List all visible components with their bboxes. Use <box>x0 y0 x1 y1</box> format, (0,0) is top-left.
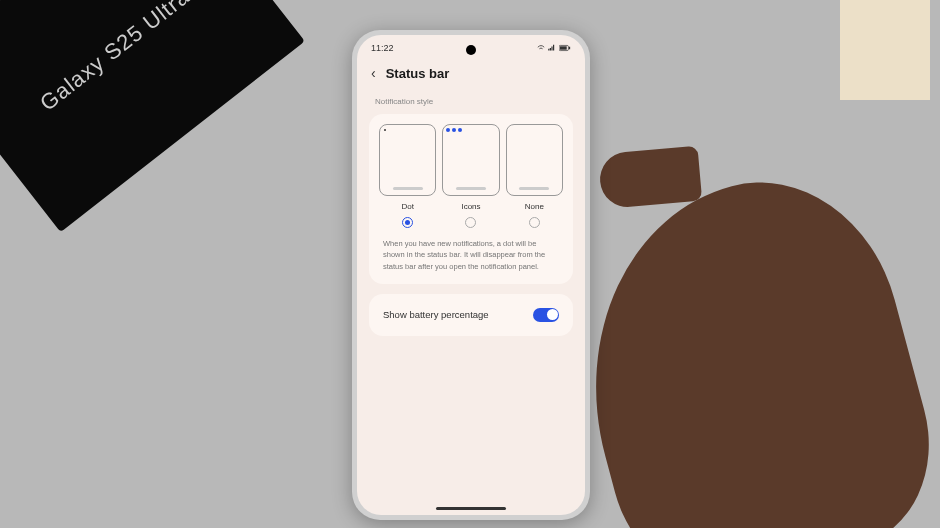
svg-rect-2 <box>560 46 567 49</box>
radio-icons[interactable] <box>465 217 476 228</box>
battery-card: Show battery percentage <box>369 294 573 336</box>
finger-prop <box>598 146 702 210</box>
hand-prop <box>546 153 940 528</box>
notification-style-card: Dot Icons None <box>369 114 573 284</box>
section-label-notification-style: Notification style <box>369 93 573 114</box>
preview-none <box>506 124 563 196</box>
battery-percentage-toggle[interactable] <box>533 308 559 322</box>
option-label-icons: Icons <box>461 202 480 211</box>
preview-dot <box>379 124 436 196</box>
radio-none[interactable] <box>529 217 540 228</box>
back-button[interactable]: ‹ <box>371 65 376 81</box>
style-description: When you have new notifications, a dot w… <box>379 228 563 274</box>
page-header: ‹ Status bar <box>357 57 585 93</box>
page-title: Status bar <box>386 66 450 81</box>
preview-icons <box>442 124 499 196</box>
svg-rect-1 <box>569 47 570 50</box>
signal-icon <box>548 44 556 52</box>
wifi-icon <box>537 44 545 52</box>
box-label: Galaxy S25 Ultra <box>35 0 195 116</box>
battery-percentage-row[interactable]: Show battery percentage <box>379 304 563 326</box>
product-box-prop: Galaxy S25 Ultra <box>0 0 305 232</box>
radio-dot[interactable] <box>402 217 413 228</box>
battery-icon <box>559 44 571 52</box>
wooden-block-prop <box>840 0 930 100</box>
style-options-row: Dot Icons None <box>379 124 563 228</box>
style-option-icons[interactable]: Icons <box>442 124 499 228</box>
option-label-none: None <box>525 202 544 211</box>
style-option-none[interactable]: None <box>506 124 563 228</box>
style-option-dot[interactable]: Dot <box>379 124 436 228</box>
status-icons <box>537 44 571 52</box>
nav-bar-indicator[interactable] <box>436 507 506 510</box>
battery-percentage-label: Show battery percentage <box>383 309 489 320</box>
content-area: Notification style Dot Icons <box>357 93 585 336</box>
camera-punch-hole <box>466 45 476 55</box>
phone-screen: 11:22 ‹ Status bar Notification style Do… <box>357 35 585 515</box>
phone-device: 11:22 ‹ Status bar Notification style Do… <box>352 30 590 520</box>
option-label-dot: Dot <box>401 202 413 211</box>
status-time: 11:22 <box>371 43 394 53</box>
